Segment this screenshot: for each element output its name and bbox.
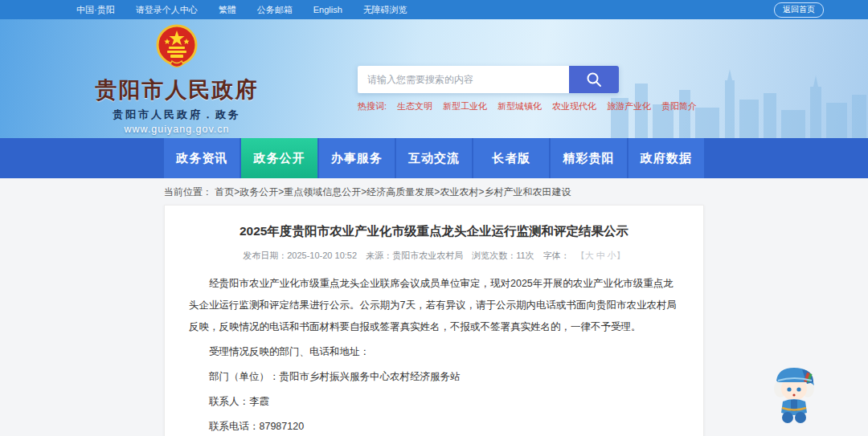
topbar-link-accessibility[interactable]: 无障碍浏览 <box>363 4 407 16</box>
site-subtitle: 贵阳市人民政府．政务 <box>80 108 273 122</box>
national-emblem-icon <box>156 24 198 71</box>
topbar-link-mail[interactable]: 公务邮箱 <box>257 4 293 16</box>
nav-item-data[interactable]: 政府数据 <box>628 138 704 178</box>
search-icon <box>586 71 602 88</box>
hot-word-intro[interactable]: 贵阳简介 <box>661 100 697 112</box>
breadcrumb-path[interactable]: 首页>政务公开>重点领域信息公开>经济高质量发展>农业农村>乡村产业和农田建设 <box>215 186 571 198</box>
publish-date: 发布日期：2025-10-20 10:52 <box>243 251 357 260</box>
topbar-link-traditional[interactable]: 繁體 <box>219 4 236 16</box>
site-url: www.guiyang.gov.cn <box>80 124 273 135</box>
hot-word-agriculture[interactable]: 农业现代化 <box>552 100 596 112</box>
main-nav: 政务资讯 政务公开 办事服务 互动交流 长者版 精彩贵阳 政府数据 <box>0 138 868 178</box>
breadcrumb: 当前位置： 首页>政务公开>重点领域信息公开>经济高质量发展>农业农村>乡村产业… <box>164 178 704 205</box>
paragraph: 联系电话：87987120 <box>189 416 679 436</box>
nav-item-senior[interactable]: 长者版 <box>473 138 549 178</box>
topbar-link-login[interactable]: 请登录个人中心 <box>136 4 198 16</box>
site-logo[interactable]: 贵阳市人民政府 贵阳市人民政府．政务 www.guiyang.gov.cn <box>80 24 273 135</box>
search-button[interactable] <box>569 66 619 93</box>
article-meta: 发布日期：2025-10-20 10:52 来源：贵阳市农业农村局 浏览次数：1… <box>189 250 679 270</box>
breadcrumb-label: 当前位置： <box>164 186 212 198</box>
hot-word-eco[interactable]: 生态文明 <box>397 100 432 112</box>
hot-word-tourism[interactable]: 旅游产业化 <box>607 100 651 112</box>
article-source: 来源：贵阳市农业农村局 <box>366 251 463 260</box>
nav-item-news[interactable]: 政务资讯 <box>164 138 240 178</box>
back-to-home-button[interactable]: 返回首页 <box>774 2 824 18</box>
hot-word-industry[interactable]: 新型工业化 <box>443 100 487 112</box>
paragraph: 经贵阳市农业产业化市级重点龙头企业联席会议成员单位审定，现对2025年开展的农业… <box>189 273 679 338</box>
font-size-switch[interactable]: 【大 中 小】 <box>576 251 625 260</box>
paragraph: 受理情况反映的部门、电话和地址： <box>189 341 679 363</box>
paragraph: 部门（单位）：贵阳市乡村振兴服务中心农村经济服务站 <box>189 366 679 388</box>
mascot-icon <box>770 361 818 424</box>
article-title: 2025年度贵阳市农业产业化市级重点龙头企业运行监测和评定结果公示 <box>189 222 679 240</box>
article-body: 经贵阳市农业产业化市级重点龙头企业联席会议成员单位审定，现对2025年开展的农业… <box>189 273 679 436</box>
nav-item-interaction[interactable]: 互动交流 <box>396 138 472 178</box>
font-size-label: 字体： <box>543 251 570 260</box>
hot-search-label: 热搜词: <box>358 100 387 112</box>
header-banner: 贵阳市人民政府 贵阳市人民政府．政务 www.guiyang.gov.cn 热搜… <box>0 19 868 138</box>
mascot-assistant[interactable] <box>770 361 818 424</box>
topbar-link-english[interactable]: English <box>313 5 342 14</box>
paragraph: 联系人：李霞 <box>189 391 679 413</box>
nav-item-gov-disclosure[interactable]: 政务公开 <box>241 138 317 178</box>
hot-search-row: 热搜词: 生态文明 新型工业化 新型城镇化 农业现代化 旅游产业化 贵阳简介 <box>358 100 619 112</box>
hot-word-urbanization[interactable]: 新型城镇化 <box>497 100 542 112</box>
topbar: 中国·贵阳 请登录个人中心 繁體 公务邮箱 English 无障碍浏览 返回首页 <box>0 0 868 19</box>
nav-item-highlights[interactable]: 精彩贵阳 <box>551 138 626 178</box>
topbar-link-china-guiyang[interactable]: 中国·贵阳 <box>76 4 115 16</box>
page: 中国·贵阳 请登录个人中心 繁體 公务邮箱 English 无障碍浏览 返回首页 <box>0 0 868 436</box>
nav-item-services[interactable]: 办事服务 <box>319 138 395 178</box>
site-title: 贵阳市人民政府 <box>80 75 273 104</box>
search-input[interactable] <box>358 66 569 93</box>
article-card: 2025年度贵阳市农业产业化市级重点龙头企业运行监测和评定结果公示 发布日期：2… <box>164 205 704 436</box>
view-count: 浏览次数：11次 <box>472 251 534 260</box>
